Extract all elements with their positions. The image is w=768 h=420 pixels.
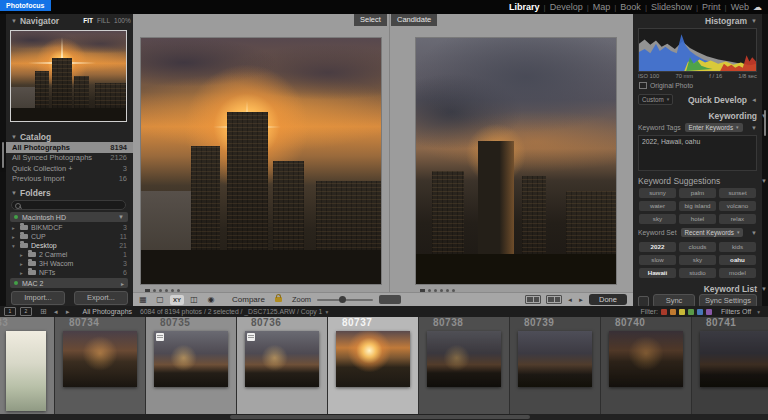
lock-icon[interactable] (275, 297, 282, 302)
make-select-icon[interactable] (546, 295, 562, 304)
catalog-item-previous-import[interactable]: Previous Import 16 (6, 174, 133, 185)
candidate-photo[interactable] (416, 38, 616, 284)
expand-icon[interactable]: ▸ (20, 270, 28, 276)
photo-thumbnail[interactable] (245, 331, 319, 387)
keyword-set-button[interactable]: sky (679, 255, 716, 265)
navigator-header[interactable]: ▼ Navigator FIT FILL 100% ▸ (6, 14, 143, 27)
chevron-down-icon[interactable]: ▾ (757, 309, 760, 315)
expand-icon[interactable]: ▸ (12, 225, 20, 231)
grid-view-icon[interactable]: ⊞ (40, 307, 47, 316)
histogram-header[interactable]: Histogram ▼ (633, 14, 762, 27)
saved-preset-dropdown[interactable]: Custom ▾ (638, 94, 673, 105)
previous-photo-icon[interactable]: ◄ (567, 297, 573, 303)
zoom-slider[interactable] (317, 299, 373, 301)
folder-row[interactable]: ▸ 3H Wacom 3 (6, 259, 133, 268)
disclosure-triangle-icon[interactable]: ◄ (751, 97, 757, 103)
keyword-suggestion-button[interactable]: sunset (719, 188, 756, 198)
photo-thumbnail[interactable] (700, 331, 768, 387)
keyword-suggestion-button[interactable]: palm (679, 188, 716, 198)
keyword-suggestions-header[interactable]: Keyword Suggestions ▼ (633, 174, 768, 187)
keyword-suggestion-button[interactable]: sunny (639, 188, 676, 198)
photo-thumbnail[interactable] (154, 331, 228, 387)
filmstrip-scrollbar-thumb[interactable] (230, 415, 530, 419)
module-map[interactable]: Map (593, 2, 611, 12)
keyword-tags-mode-dropdown[interactable]: Enter Keywords ▾ (685, 123, 743, 132)
blue-label-chip[interactable] (697, 309, 703, 315)
keyword-suggestion-button[interactable]: relax (719, 214, 756, 224)
left-scrollbar-thumb[interactable] (2, 142, 4, 168)
folder-row-desktop[interactable]: ▾ Desktop 21 (6, 241, 133, 250)
photo-thumbnail[interactable] (518, 331, 592, 387)
filmstrip-cell[interactable]: 80740 (601, 317, 691, 414)
compare-view-icon[interactable]: XY (170, 295, 184, 305)
export-button[interactable]: Export... (74, 291, 128, 305)
keyword-suggestion-button[interactable]: water (639, 201, 676, 211)
primary-monitor-button[interactable]: 1 (4, 307, 16, 316)
folder-row[interactable]: ▸ 2 Carmel 1 (6, 250, 133, 259)
keyword-set-button[interactable]: oahu (719, 255, 756, 265)
swap-select-candidate-icon[interactable] (525, 295, 541, 304)
import-button[interactable]: Import... (11, 291, 65, 305)
module-develop[interactable]: Develop (550, 2, 583, 12)
sync-toggle-icon[interactable] (638, 296, 649, 307)
keyword-suggestion-button[interactable]: hotel (679, 214, 716, 224)
grid-view-icon[interactable]: ▦ (136, 295, 150, 305)
keyword-suggestion-button[interactable]: volcano (719, 201, 756, 211)
disclosure-triangle-icon[interactable]: ▼ (761, 178, 767, 184)
photo-thumbnail[interactable] (63, 331, 137, 387)
folder-row[interactable]: ▸ CUP 11 (6, 232, 133, 241)
purple-label-chip[interactable] (706, 309, 712, 315)
disclosure-triangle-icon[interactable]: ▸ (121, 280, 124, 287)
volume-macintosh-hd[interactable]: Macintosh HD ▼ (10, 212, 128, 222)
filmstrip-scrollbar[interactable] (0, 414, 768, 420)
module-slideshow[interactable]: Slideshow (651, 2, 692, 12)
keyword-set-button[interactable]: studio (679, 268, 716, 278)
keyword-suggestion-button[interactable]: big island (679, 201, 716, 211)
survey-view-icon[interactable]: ◫ (187, 295, 201, 305)
red-label-chip[interactable] (661, 309, 667, 315)
orange-label-chip[interactable] (670, 309, 676, 315)
catalog-item-all-photographs[interactable]: All Photographs 8194 (6, 142, 133, 153)
filmstrip-cell[interactable]: 80733 (0, 317, 54, 414)
filmstrip-cell[interactable]: 80741 (692, 317, 768, 414)
filmstrip-status[interactable]: 6084 of 8194 photos / 2 selected / _DSC7… (140, 308, 322, 315)
expand-icon[interactable]: ▸ (12, 234, 20, 240)
disclosure-triangle-icon[interactable]: ▼ (11, 18, 17, 24)
filmstrip-cell[interactable]: 80736 (237, 317, 327, 414)
go-forward-icon[interactable]: ► (65, 309, 71, 315)
catalog-item-quick-collection[interactable]: Quick Collection + 3 (6, 163, 133, 174)
green-label-chip[interactable] (688, 309, 694, 315)
keyword-set-button[interactable]: model (719, 268, 756, 278)
photo-thumbnail[interactable] (336, 331, 410, 387)
cloud-sync-icon[interactable]: ☁ (753, 2, 762, 12)
zoom-100-button[interactable]: 100% (114, 17, 131, 24)
folder-row[interactable]: ▸ BIKMDCF 3 (6, 223, 133, 232)
select-photo[interactable] (141, 38, 381, 284)
quick-develop-header[interactable]: Quick Develop ◄ (688, 93, 757, 106)
right-panel-collapse-strip[interactable] (762, 14, 768, 306)
expand-icon[interactable]: ▸ (20, 261, 28, 267)
filmstrip-cell[interactable]: 80734 (55, 317, 145, 414)
disclosure-triangle-icon[interactable]: ▼ (11, 134, 17, 140)
keyword-set-dropdown[interactable]: Recent Keywords ▾ (681, 228, 744, 237)
filmstrip-cell-active[interactable]: 80737 (328, 317, 418, 414)
disclosure-triangle-icon[interactable]: ▼ (761, 113, 767, 119)
keyword-set-button[interactable]: clouds (679, 242, 716, 252)
folders-header[interactable]: ▼ Folders + (6, 186, 143, 199)
keywording-header[interactable]: Keywording ▼ (633, 109, 768, 122)
loupe-view-icon[interactable]: ▢ (153, 295, 167, 305)
disclosure-triangle-icon[interactable]: ▼ (751, 125, 757, 131)
zoom-fit-button[interactable]: FIT (83, 17, 93, 24)
keyword-set-button[interactable]: 2022 (639, 242, 676, 252)
volume-mac-2[interactable]: MAC 2 ▸ (10, 278, 128, 288)
zoom-fill-button[interactable]: FILL (97, 17, 110, 24)
secondary-monitor-button[interactable]: 2 (20, 307, 32, 316)
folder-row[interactable]: ▸ NFTs 6 (6, 268, 133, 277)
disclosure-triangle-icon[interactable]: ▼ (11, 190, 17, 196)
people-view-icon[interactable]: ◉ (204, 295, 218, 305)
expand-icon[interactable]: ▸ (20, 252, 28, 258)
zoom-slider-knob[interactable] (339, 296, 346, 303)
next-photo-icon[interactable]: ► (578, 297, 584, 303)
filters-off-dropdown[interactable]: Filters Off (721, 308, 751, 315)
chevron-down-icon[interactable]: ▾ (325, 309, 328, 315)
